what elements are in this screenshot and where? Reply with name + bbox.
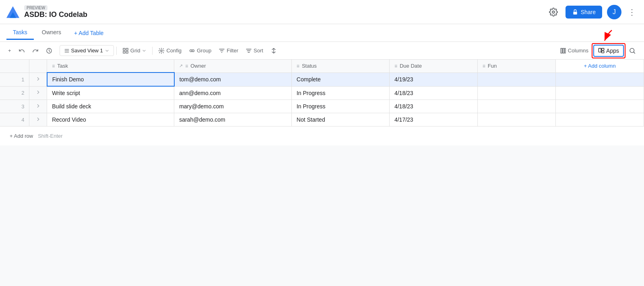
add-row-row: + Add row Shift-Enter: [0, 126, 644, 145]
add-col-cell: [556, 73, 644, 86]
expand-cell[interactable]: [29, 73, 47, 86]
columns-button[interactable]: Columns: [557, 45, 592, 56]
table-row[interactable]: 1Finish Demotom@demo.comComplete4/19/23: [0, 73, 644, 86]
svg-point-11: [161, 50, 162, 52]
add-row-label: + Add row: [10, 133, 33, 139]
list-icon: [64, 48, 70, 54]
apps-icon: [598, 48, 605, 54]
status-cell: In Progress: [291, 86, 389, 100]
due-date-col-icon: ≡: [394, 63, 397, 69]
task-cell[interactable]: Build slide deck: [47, 100, 174, 113]
config-label: Config: [166, 48, 182, 54]
saved-view-label: Saved View 1: [71, 48, 103, 54]
expand-cell[interactable]: [29, 113, 47, 126]
svg-rect-15: [562, 48, 564, 53]
table-row[interactable]: 4Record Videosarah@demo.comNot Started4/…: [0, 113, 644, 126]
add-col-cell: [556, 113, 644, 126]
expand-header: [29, 60, 47, 73]
group-label: Group: [197, 48, 211, 54]
adjust-icon: [270, 48, 277, 54]
row-num-cell: 3: [0, 100, 29, 113]
chevron-down-icon: [105, 48, 109, 53]
owner-cell: ann@demo.com: [174, 86, 292, 100]
add-col-cell: [556, 100, 644, 113]
redo-button[interactable]: [29, 45, 42, 56]
history-button[interactable]: [43, 45, 56, 56]
task-cell[interactable]: Finish Demo: [47, 73, 174, 86]
svg-rect-2: [573, 12, 577, 15]
sort-button[interactable]: Sort: [242, 45, 266, 56]
add-row-hint: Shift-Enter: [38, 133, 62, 139]
owner-col-icon: ≡: [185, 63, 188, 69]
svg-point-12: [190, 50, 192, 52]
toolbar-divider-1: [116, 47, 117, 55]
undo-button[interactable]: [15, 45, 28, 56]
row-num-header: [0, 60, 29, 73]
task-cell[interactable]: Write script: [47, 86, 174, 100]
task-cell[interactable]: Record Video: [47, 113, 174, 126]
add-row-button[interactable]: + Add row: [5, 129, 38, 143]
redo-icon: [32, 48, 39, 54]
table-row[interactable]: 2Write scriptann@demo.comIn Progress4/18…: [0, 86, 644, 100]
apps-label: Apps: [606, 48, 619, 54]
table-row[interactable]: 3Build slide deckmary@demo.comIn Progres…: [0, 100, 644, 113]
owner-header[interactable]: ↗ ≡ Owner: [174, 60, 292, 73]
gear-icon: [549, 8, 558, 17]
group-icon: [189, 48, 195, 54]
svg-point-13: [192, 50, 194, 52]
app-title-block: PREVIEW ASDB: IO Codelab: [24, 5, 541, 19]
top-actions: Share J ⋮: [546, 5, 638, 19]
svg-rect-8: [126, 48, 128, 50]
saved-view-button[interactable]: Saved View 1: [60, 45, 114, 56]
add-col-cell: [556, 86, 644, 100]
svg-rect-10: [126, 51, 128, 53]
adjust-button[interactable]: [267, 45, 280, 56]
config-icon: [158, 48, 165, 54]
fun-header[interactable]: ≡ Fun: [477, 60, 555, 73]
svg-rect-9: [123, 51, 125, 53]
share-button[interactable]: Share: [566, 6, 602, 19]
status-header[interactable]: ≡ Status: [291, 60, 389, 73]
apps-wrapper: Apps: [593, 45, 624, 57]
columns-label: Columns: [568, 48, 588, 54]
task-header[interactable]: ≡ Task: [47, 60, 174, 73]
top-bar: PREVIEW ASDB: IO Codelab Share J ⋮: [0, 0, 644, 24]
due-date-cell: 4/18/23: [389, 86, 477, 100]
expand-cell[interactable]: [29, 86, 47, 100]
tab-owners[interactable]: Owners: [35, 26, 68, 40]
owner-cell: tom@demo.com: [174, 73, 292, 86]
toolbar-divider-2: [152, 47, 153, 55]
user-avatar[interactable]: J: [607, 5, 621, 19]
settings-button[interactable]: [546, 5, 561, 19]
columns-icon: [560, 48, 566, 54]
app-title: ASDB: IO Codelab: [24, 10, 541, 19]
status-col-icon: ≡: [297, 63, 299, 69]
filter-button[interactable]: Filter: [215, 45, 242, 56]
grid-view-button[interactable]: Grid: [119, 45, 150, 56]
fun-cell: [477, 100, 555, 113]
due-date-cell: 4/19/23: [389, 73, 477, 86]
owner-cell: sarah@demo.com: [174, 113, 292, 126]
group-button[interactable]: Group: [186, 45, 215, 56]
apps-button[interactable]: Apps: [593, 45, 624, 57]
config-button[interactable]: Config: [155, 45, 185, 56]
status-cell: In Progress: [291, 100, 389, 113]
more-options-button[interactable]: ⋮: [626, 6, 638, 19]
lock-icon: [572, 9, 578, 15]
row-num-cell: 1: [0, 73, 29, 86]
plus-icon: +: [8, 48, 11, 54]
status-cell: Complete: [291, 73, 389, 86]
tab-tasks[interactable]: Tasks: [6, 26, 34, 40]
search-button[interactable]: [625, 45, 639, 57]
fun-cell: [477, 113, 555, 126]
toolbar: + Saved View 1: [0, 42, 644, 60]
fun-cell: [477, 73, 555, 86]
due-date-header[interactable]: ≡ Due Date: [389, 60, 477, 73]
expand-cell[interactable]: [29, 100, 47, 113]
svg-rect-20: [602, 51, 604, 53]
add-table-button[interactable]: + Add Table: [69, 27, 108, 39]
add-column-header[interactable]: + Add column: [556, 60, 644, 73]
add-row-toolbar-button[interactable]: +: [5, 45, 14, 56]
search-icon: [629, 47, 636, 54]
grid-label: Grid: [130, 48, 140, 54]
